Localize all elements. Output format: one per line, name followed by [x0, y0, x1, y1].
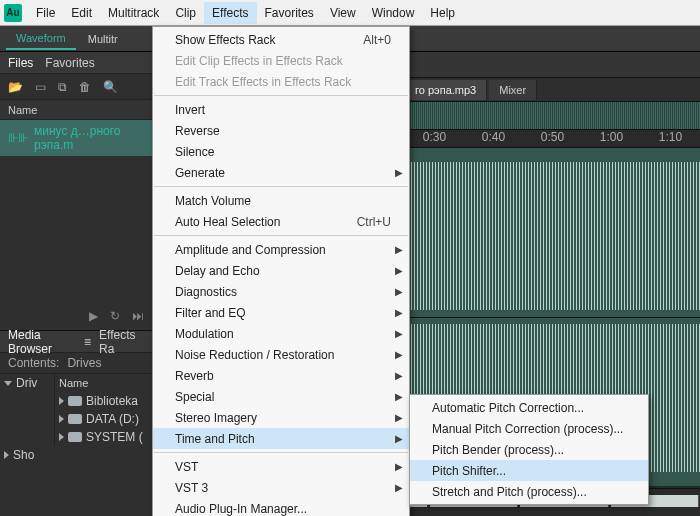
effects-special[interactable]: Special▶	[153, 386, 409, 407]
transport-controls: ▶ ↻ ⏭	[0, 304, 154, 328]
menu-window[interactable]: Window	[364, 2, 423, 24]
menu-clip[interactable]: Clip	[167, 2, 204, 24]
effects-vst3[interactable]: VST 3▶	[153, 477, 409, 498]
effects-silence[interactable]: Silence	[153, 141, 409, 162]
drive-row[interactable]: Biblioteka	[55, 392, 154, 410]
effects-reverb[interactable]: Reverb▶	[153, 365, 409, 386]
name-col-header: Name	[55, 374, 154, 392]
import-icon[interactable]: ⧉	[58, 80, 67, 94]
open-file-icon[interactable]: 📂	[8, 80, 23, 94]
media-browser-tab[interactable]: Media Browser	[8, 328, 76, 356]
file-name: минус д…рного рэпа.m	[34, 124, 146, 152]
favorites-tab[interactable]: Favorites	[45, 56, 94, 70]
skip-icon[interactable]: ⏭	[132, 309, 144, 323]
effects-menu: Show Effects RackAlt+0 Edit Clip Effects…	[152, 26, 410, 516]
shortcuts-row[interactable]: Sho	[0, 446, 154, 464]
menu-help[interactable]: Help	[422, 2, 463, 24]
files-list-header: Name	[0, 100, 154, 120]
tp-pitch-shifter[interactable]: Pitch Shifter...	[410, 460, 648, 481]
file-tab-mixer[interactable]: Mixer	[489, 80, 537, 100]
menu-effects[interactable]: Effects	[204, 2, 256, 24]
media-lines-icon: ≡	[84, 335, 91, 349]
time-ruler[interactable]: 0:30 0:40 0:50 1:00 1:10	[405, 130, 700, 148]
effects-plugin-manager[interactable]: Audio Plug-In Manager...	[153, 498, 409, 516]
tp-pitch-bender[interactable]: Pitch Bender (process)...	[410, 439, 648, 460]
effects-stereo-imagery[interactable]: Stereo Imagery▶	[153, 407, 409, 428]
effects-generate[interactable]: Generate▶	[153, 162, 409, 183]
menubar: Au File Edit Multitrack Clip Effects Fav…	[0, 0, 700, 26]
drive-icon	[68, 432, 82, 442]
menu-favorites[interactable]: Favorites	[257, 2, 322, 24]
app-icon: Au	[4, 4, 22, 22]
tp-manual-pitch[interactable]: Manual Pitch Correction (process)...	[410, 418, 648, 439]
effects-amplitude[interactable]: Amplitude and Compression▶	[153, 239, 409, 260]
effects-match-volume[interactable]: Match Volume	[153, 190, 409, 211]
files-tab[interactable]: Files	[8, 56, 33, 70]
effects-edit-clip: Edit Clip Effects in Effects Rack	[153, 50, 409, 71]
tp-auto-pitch[interactable]: Automatic Pitch Correction...	[410, 397, 648, 418]
media-browser: Media Browser ≡ Effects Ra Contents: Dri…	[0, 330, 154, 516]
tp-stretch-pitch[interactable]: Stretch and Pitch (process)...	[410, 481, 648, 502]
effects-time-pitch[interactable]: Time and Pitch▶	[153, 428, 409, 449]
effects-auto-heal[interactable]: Auto Heal SelectionCtrl+U	[153, 211, 409, 232]
loop-icon[interactable]: ↻	[110, 309, 120, 323]
file-row[interactable]: ⊪⊪ минус д…рного рэпа.m	[0, 120, 154, 156]
effects-modulation[interactable]: Modulation▶	[153, 323, 409, 344]
drive-icon	[68, 414, 82, 424]
effects-vst[interactable]: VST▶	[153, 456, 409, 477]
effects-edit-track: Edit Track Effects in Effects Rack	[153, 71, 409, 92]
effects-invert[interactable]: Invert	[153, 99, 409, 120]
delete-icon[interactable]: 🗑	[79, 80, 91, 94]
file-tab-active[interactable]: го рэпа.mp3	[405, 80, 487, 100]
menu-multitrack[interactable]: Multitrack	[100, 2, 167, 24]
drive-row[interactable]: DATA (D:)	[55, 410, 154, 428]
files-panel-header: Files Favorites	[0, 52, 154, 74]
tab-waveform[interactable]: Waveform	[6, 28, 76, 50]
drives-tree-header[interactable]: Driv	[0, 374, 54, 392]
search-icon[interactable]: 🔍	[103, 80, 118, 94]
files-toolbar: 📂 ▭ ⧉ 🗑 🔍	[0, 74, 154, 100]
effects-reverse[interactable]: Reverse	[153, 120, 409, 141]
drive-icon	[68, 396, 82, 406]
drives-label[interactable]: Drives	[67, 356, 101, 370]
effects-noise-reduction[interactable]: Noise Reduction / Restoration▶	[153, 344, 409, 365]
effects-filter-eq[interactable]: Filter and EQ▶	[153, 302, 409, 323]
waveform-overview[interactable]	[405, 102, 700, 130]
menu-file[interactable]: File	[28, 2, 63, 24]
left-panels: Files Favorites 📂 ▭ ⧉ 🗑 🔍 Name ⊪⊪ минус …	[0, 52, 155, 516]
contents-label: Contents:	[8, 356, 59, 370]
tab-multitrack[interactable]: Multitr	[78, 29, 128, 49]
record-icon[interactable]: ▭	[35, 80, 46, 94]
play-icon[interactable]: ▶	[89, 309, 98, 323]
audio-file-icon: ⊪⊪	[8, 131, 28, 145]
effects-diagnostics[interactable]: Diagnostics▶	[153, 281, 409, 302]
time-pitch-submenu: Automatic Pitch Correction... Manual Pit…	[409, 394, 649, 505]
menu-view[interactable]: View	[322, 2, 364, 24]
drive-row[interactable]: SYSTEM (	[55, 428, 154, 446]
effects-delay[interactable]: Delay and Echo▶	[153, 260, 409, 281]
effects-rack-tab[interactable]: Effects Ra	[99, 328, 146, 356]
menu-edit[interactable]: Edit	[63, 2, 100, 24]
effects-show-rack[interactable]: Show Effects RackAlt+0	[153, 29, 409, 50]
